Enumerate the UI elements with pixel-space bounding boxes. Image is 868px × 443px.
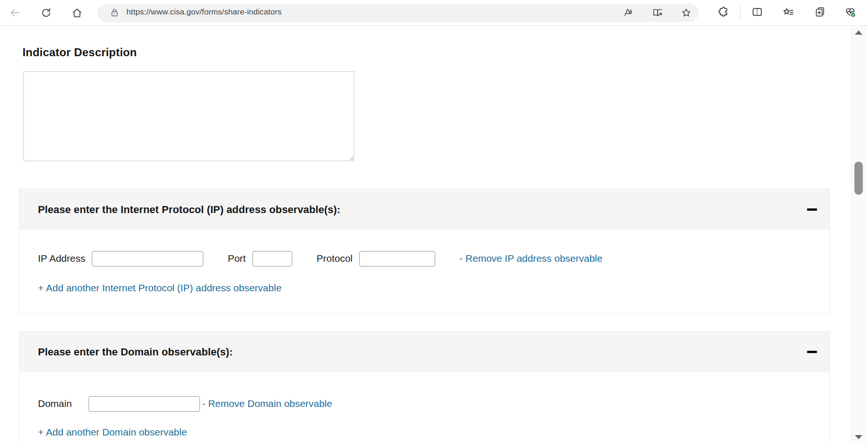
add-domain-observable-link[interactable]: + Add another Domain observable bbox=[38, 427, 187, 438]
scroll-up-arrow[interactable] bbox=[852, 29, 865, 36]
collapse-ip-section-button[interactable] bbox=[801, 199, 822, 220]
extensions-icon bbox=[718, 6, 729, 19]
remove-ip-observable-link[interactable]: - Remove IP address observable bbox=[460, 253, 602, 264]
domain-field-row: Domain - Remove Domain observable bbox=[38, 395, 332, 412]
browser-essentials-icon bbox=[844, 6, 856, 20]
lock-icon bbox=[110, 8, 119, 20]
split-screen-icon bbox=[751, 6, 763, 19]
page-content: Indicator Description Please enter the I… bbox=[0, 26, 852, 443]
browser-toolbar: https://www.cisa.gov/forms/share-indicat… bbox=[0, 0, 868, 26]
ip-field-row: IP Address Port Protocol - Remove IP add… bbox=[38, 250, 602, 267]
collections-icon bbox=[814, 6, 826, 19]
protocol-label: Protocol bbox=[317, 253, 353, 264]
read-aloud-icon bbox=[623, 7, 634, 20]
port-group: Port bbox=[228, 251, 292, 266]
immersive-reader-icon bbox=[652, 7, 663, 20]
collapse-domain-section-button[interactable] bbox=[801, 342, 822, 362]
back-icon bbox=[9, 7, 21, 19]
domain-section-header: Please enter the Domain observable(s): bbox=[19, 332, 830, 372]
protocol-input[interactable] bbox=[359, 251, 435, 266]
indicator-description-textarea[interactable] bbox=[23, 71, 354, 161]
port-input[interactable] bbox=[252, 251, 292, 266]
favorite-star-button[interactable] bbox=[679, 6, 694, 21]
domain-section-title: Please enter the Domain observable(s): bbox=[38, 346, 233, 358]
browser-window: https://www.cisa.gov/forms/share-indicat… bbox=[0, 0, 868, 443]
immersive-reader-button[interactable] bbox=[650, 6, 665, 21]
domain-input[interactable] bbox=[89, 396, 200, 412]
minus-icon bbox=[807, 208, 817, 211]
add-ip-observable-link[interactable]: + Add another Internet Protocol (IP) add… bbox=[38, 282, 282, 294]
favorites-button[interactable] bbox=[779, 3, 798, 22]
triangle-up-icon bbox=[855, 30, 862, 35]
extensions-button[interactable] bbox=[714, 3, 733, 22]
remove-domain-observable-link[interactable]: - Remove Domain observable bbox=[202, 398, 332, 409]
protocol-group: Protocol bbox=[317, 251, 435, 266]
collections-button[interactable] bbox=[810, 3, 829, 22]
favorite-star-icon bbox=[681, 7, 692, 20]
domain-observables-section: Please enter the Domain observable(s): D… bbox=[19, 331, 830, 443]
split-screen-button[interactable] bbox=[748, 3, 766, 22]
indicator-description-label: Indicator Description bbox=[22, 46, 137, 59]
triangle-down-icon bbox=[855, 435, 862, 439]
ip-address-group: IP Address bbox=[38, 251, 203, 266]
minus-icon bbox=[807, 351, 817, 353]
refresh-icon bbox=[40, 7, 52, 19]
favorites-list-icon bbox=[782, 6, 794, 20]
domain-label: Domain bbox=[38, 398, 72, 409]
back-button[interactable] bbox=[6, 3, 24, 22]
browser-essentials-button[interactable] bbox=[841, 3, 860, 22]
scroll-down-arrow[interactable] bbox=[852, 434, 865, 440]
scrollbar-thumb[interactable] bbox=[854, 162, 863, 195]
home-icon bbox=[71, 7, 83, 19]
toolbar-divider bbox=[740, 6, 741, 20]
ip-section-header: Please enter the Internet Protocol (IP) … bbox=[19, 189, 830, 230]
ip-address-label: IP Address bbox=[38, 253, 85, 264]
address-bar[interactable]: https://www.cisa.gov/forms/share-indicat… bbox=[97, 4, 698, 22]
refresh-button[interactable] bbox=[37, 3, 55, 22]
ip-section-title: Please enter the Internet Protocol (IP) … bbox=[38, 204, 341, 216]
url-text[interactable]: https://www.cisa.gov/forms/share-indicat… bbox=[126, 7, 282, 17]
read-aloud-button[interactable] bbox=[621, 6, 636, 21]
home-button[interactable] bbox=[67, 3, 86, 22]
scrollbar[interactable] bbox=[852, 26, 866, 443]
ip-address-input[interactable] bbox=[92, 251, 203, 266]
ip-observables-section: Please enter the Internet Protocol (IP) … bbox=[19, 189, 830, 314]
port-label: Port bbox=[228, 253, 246, 264]
